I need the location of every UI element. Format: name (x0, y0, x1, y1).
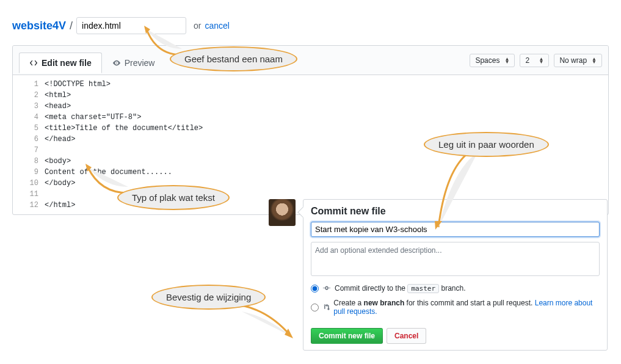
commit-direct-option[interactable]: Commit directly to the master branch. (311, 284, 600, 293)
avatar (269, 199, 296, 226)
radio-direct[interactable] (311, 285, 319, 293)
callout-name-file: Geef bestand een naam (170, 46, 297, 71)
indent-mode-value: Spaces (475, 56, 499, 65)
commit-direct-text: Commit directly to the master branch. (335, 284, 465, 293)
path-separator: / (70, 20, 73, 32)
cancel-button[interactable]: Cancel (387, 328, 426, 344)
git-commit-icon (322, 284, 331, 293)
or-text: or (194, 21, 201, 31)
cancel-link[interactable]: cancel (205, 21, 230, 31)
repo-link[interactable]: website4V (12, 20, 66, 32)
commit-description-input[interactable] (311, 242, 600, 276)
callout-confirm: Bevestig de wijziging (151, 285, 266, 310)
git-pull-request-icon (322, 303, 330, 311)
branch-pill: master (407, 284, 439, 293)
commit-newbranch-text: Create a new branch for this commit and … (333, 299, 600, 316)
callout-tail-icon (239, 303, 294, 340)
line-gutter: 123456789101112 (13, 79, 45, 211)
eye-icon (112, 59, 121, 67)
indent-size-select[interactable]: 2 ▲▼ (520, 54, 549, 67)
tab-preview-label: Preview (125, 58, 155, 68)
updown-icon: ▲▼ (504, 57, 509, 64)
code-icon (29, 59, 38, 67)
indent-size-value: 2 (525, 56, 529, 65)
radio-branch[interactable] (311, 304, 319, 311)
tab-edit-label: Edit new file (42, 58, 92, 68)
commit-button[interactable]: Commit new file (311, 328, 383, 344)
breadcrumb: website4V / or cancel (12, 17, 609, 34)
callout-explain: Leg uit in paar woorden (424, 132, 549, 157)
commit-newbranch-option[interactable]: Create a new branch for this commit and … (311, 299, 600, 316)
updown-icon: ▲▼ (592, 57, 597, 64)
wrap-select[interactable]: No wrap ▲▼ (554, 54, 602, 67)
tab-edit[interactable]: Edit new file (19, 53, 102, 73)
wrap-value: No wrap (559, 56, 587, 65)
indent-mode-select[interactable]: Spaces ▲▼ (470, 54, 515, 67)
callout-type-text: Typ of plak wat tekst (117, 185, 230, 210)
editor-toolbar: Edit new file Preview Spaces ▲▼ 2 ▲▼ No … (13, 46, 608, 75)
svg-marker-2 (435, 221, 442, 230)
updown-icon: ▲▼ (539, 57, 543, 64)
callout-tail-icon (435, 150, 484, 230)
